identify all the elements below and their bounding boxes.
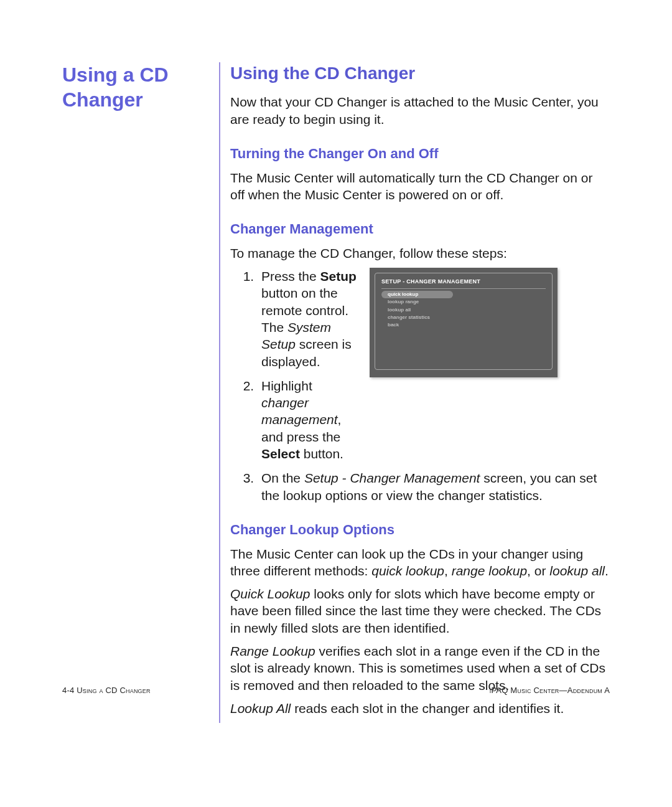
step-1: Press the Setup button on the remote con… (258, 268, 361, 370)
step-3: On the Setup - Changer Management screen… (258, 470, 610, 504)
lookup-methods-paragraph: The Music Center can look up the CDs in … (230, 545, 610, 580)
step-3-text: On the Setup - Changer Management screen… (261, 471, 597, 502)
document-page: Using a CD Changer Using the CD Changer … (0, 0, 672, 807)
screenshot-menu: quick lookup lookup range lookup all cha… (381, 291, 546, 329)
intro-paragraph: Now that your CD Changer is attached to … (230, 93, 610, 128)
step-2-text: Highlight changer management, and press … (261, 379, 343, 461)
screenshot-changer-management: SETUP - CHANGER MANAGEMENT quick lookup … (370, 268, 558, 377)
content-area: Using a CD Changer Using the CD Changer … (62, 62, 610, 723)
subsection-lookup-options: Changer Lookup Options (230, 521, 610, 539)
footer-right: iPAQ Music Center—Addendum A (490, 686, 610, 696)
ordered-steps-a: Press the Setup button on the remote con… (230, 268, 361, 462)
ordered-steps-b: On the Setup - Changer Management screen… (230, 470, 610, 504)
lookup-all-paragraph: Lookup All reads each slot in the change… (230, 700, 610, 717)
steps-1-2: Press the Setup button on the remote con… (230, 268, 361, 470)
menu-item-lookup-all: lookup all (381, 306, 453, 314)
section-heading: Using the CD Changer (230, 62, 610, 85)
vertical-divider (219, 62, 220, 723)
side-column: Using a CD Changer (62, 62, 219, 723)
steps-with-figure: Press the Setup button on the remote con… (230, 268, 610, 470)
subsection-turning-on-off: Turning the Changer On and Off (230, 145, 610, 163)
step-1-text: Press the Setup button on the remote con… (261, 269, 357, 368)
screenshot-title: SETUP - CHANGER MANAGEMENT (381, 278, 546, 289)
footer-left: 4-4 Using a CD Changer (62, 686, 151, 696)
menu-item-back: back (381, 321, 453, 329)
menu-item-lookup-range: lookup range (381, 298, 453, 306)
turning-paragraph: The Music Center will automatically turn… (230, 169, 610, 204)
chapter-title-line1: Using a CD (62, 64, 169, 86)
screenshot-panel: SETUP - CHANGER MANAGEMENT quick lookup … (375, 273, 553, 370)
page-footer: 4-4 Using a CD Changer iPAQ Music Center… (62, 686, 610, 696)
step-2: Highlight changer management, and press … (258, 377, 361, 462)
chapter-title-line2: Changer (62, 88, 143, 111)
main-column: Using the CD Changer Now that your CD Ch… (230, 62, 610, 723)
chapter-title: Using a CD Changer (62, 62, 208, 112)
menu-item-quick-lookup: quick lookup (381, 291, 453, 298)
menu-item-changer-statistics: changer statistics (381, 314, 453, 321)
changer-lead: To manage the CD Changer, follow these s… (230, 245, 610, 262)
subsection-changer-management: Changer Management (230, 220, 610, 238)
quick-lookup-paragraph: Quick Lookup looks only for slots which … (230, 585, 610, 636)
figure-changer-management: SETUP - CHANGER MANAGEMENT quick lookup … (370, 268, 610, 377)
